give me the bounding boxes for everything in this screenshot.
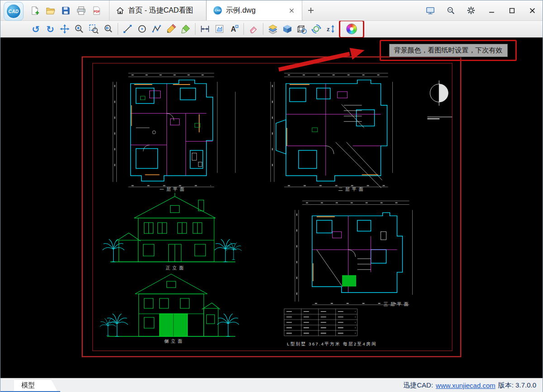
drawing-canvas[interactable]: 一层平面 二层平面 正立面 侧立面 三层平面 L型别墅 367.4平方米 每层2… (0, 38, 543, 378)
app-logo-icon: CAD (6, 4, 21, 19)
minimize-button[interactable] (485, 5, 498, 16)
background-color-tooltip: 背景颜色，看图纸时设置，下次有效 (389, 44, 508, 57)
maximize-button[interactable] (505, 5, 519, 16)
pencil-icon (166, 24, 176, 34)
elevation-side-label: 侧立面 (164, 339, 185, 344)
titlebar: CAD PDF 首页 - 迅捷CAD看图 (0, 0, 543, 21)
eraser-icon (248, 24, 258, 34)
marker-icon (181, 24, 191, 34)
svg-text:z: z (327, 26, 330, 33)
app-window: CAD PDF 首页 - 迅捷CAD看图 (0, 0, 543, 392)
website-link[interactable]: www.xunjiecad.com (436, 382, 495, 389)
eraser-tool-button[interactable] (246, 22, 261, 36)
print-button[interactable] (75, 4, 87, 17)
new-file-button[interactable] (29, 4, 41, 17)
close-icon (529, 8, 535, 14)
magnifier-icon (447, 6, 455, 15)
model-tab[interactable]: 模型 (14, 380, 57, 392)
brand-text: 迅捷CAD: (403, 381, 433, 390)
tab-document-active[interactable]: CAD 示例.dwg (206, 0, 302, 20)
quick-access-toolbar: PDF (29, 4, 103, 17)
monitor-icon (426, 6, 435, 15)
sort-icon: z (326, 24, 336, 34)
polyline-tool-icon (152, 24, 162, 34)
tab-close-button[interactable] (287, 6, 295, 14)
export-pdf-button[interactable]: PDF (90, 4, 103, 17)
wireframe-3d-button[interactable] (295, 22, 309, 36)
floor-plan-third (295, 201, 413, 305)
text-tool-button[interactable]: A (227, 22, 241, 36)
annotation-highlight-icon-box (339, 20, 364, 38)
close-window-button[interactable] (525, 5, 539, 16)
zoom-window-button[interactable] (86, 22, 101, 36)
maximize-icon (509, 8, 515, 14)
dimension-tool-button[interactable] (198, 22, 212, 36)
drawing-labels: 一层平面 二层平面 正立面 侧立面 三层平面 (159, 187, 410, 343)
undo-button[interactable]: ↺ (29, 22, 43, 36)
cad-file-icon: CAD (213, 6, 222, 15)
minimize-icon (489, 8, 495, 14)
new-tab-button[interactable] (304, 4, 318, 17)
undo-icon: ↺ (32, 24, 40, 34)
orbit-button[interactable] (309, 22, 324, 36)
north-arrow (427, 80, 452, 119)
annotation-highlight-tooltip: 背景颜色，看图纸时设置，下次有效 (380, 40, 517, 61)
toolbar-separator (118, 23, 118, 35)
zoom-previous-icon (103, 24, 113, 34)
toolbar-separator (263, 23, 263, 35)
plan-third-label: 三层平面 (384, 302, 411, 307)
version-text: 版本: 3.7.0.0 (498, 381, 536, 390)
open-folder-icon (46, 6, 55, 15)
elevation-side (107, 274, 236, 336)
orbit-icon (311, 24, 321, 34)
redo-button[interactable]: ↻ (43, 22, 57, 36)
gear-icon (467, 6, 476, 15)
tab-home-label: 首页 - 迅捷CAD看图 (128, 6, 193, 15)
app-logo-button[interactable]: CAD (4, 2, 24, 21)
export-pdf-icon: PDF (92, 6, 101, 15)
new-file-icon (30, 6, 40, 15)
circle-tool-icon (137, 24, 147, 34)
toolbar-separator (195, 23, 195, 35)
zoom-previous-button[interactable] (101, 22, 115, 36)
elevation-front (110, 193, 236, 262)
settings-button[interactable] (464, 5, 478, 16)
sort-button[interactable]: z (324, 22, 338, 36)
pan-tool-button[interactable] (57, 22, 72, 36)
plan-second-label: 二层平面 (338, 187, 366, 192)
close-icon (289, 8, 294, 13)
elevation-front-label: 正立面 (166, 265, 186, 270)
zoom-window-icon (89, 24, 99, 34)
text-tool-icon: A (229, 24, 239, 34)
cad-drawing: 一层平面 二层平面 正立面 侧立面 三层平面 L型别墅 367.4平方米 每层2… (0, 38, 543, 378)
wireframe-cube-icon (297, 24, 307, 34)
polyline-tool-button[interactable] (149, 22, 164, 36)
schedule-table-text-marks (286, 312, 356, 333)
zoom-menu-button[interactable] (444, 5, 457, 16)
annotation-arrow (279, 48, 365, 70)
print-icon (76, 6, 86, 15)
color-wheel-icon (346, 24, 357, 34)
area-measure-button[interactable] (212, 22, 227, 36)
layers-icon (268, 24, 278, 34)
floor-plan-first (113, 73, 236, 187)
green-hatch (343, 275, 356, 286)
circle-tool-button[interactable] (135, 22, 149, 36)
save-icon (61, 6, 71, 15)
layers-button[interactable] (266, 22, 280, 36)
marker-tool-button[interactable] (178, 22, 193, 36)
sheet-frame (82, 57, 461, 357)
zoom-in-icon (74, 24, 84, 34)
plan-first-label: 一层平面 (159, 187, 186, 192)
display-settings-button[interactable] (424, 5, 437, 16)
area-measure-icon (214, 24, 224, 34)
pencil-tool-button[interactable] (164, 22, 178, 36)
zoom-in-button[interactable] (72, 22, 86, 36)
tab-home[interactable]: 首页 - 迅捷CAD看图 (109, 0, 206, 20)
drawing-caption: L型别墅 367.4平方米 每层2至4房间 (287, 341, 377, 346)
line-tool-button[interactable] (120, 22, 135, 36)
save-button[interactable] (59, 4, 72, 17)
open-file-button[interactable] (44, 4, 57, 17)
background-color-button[interactable] (344, 22, 359, 36)
view-3d-button[interactable] (280, 22, 295, 36)
